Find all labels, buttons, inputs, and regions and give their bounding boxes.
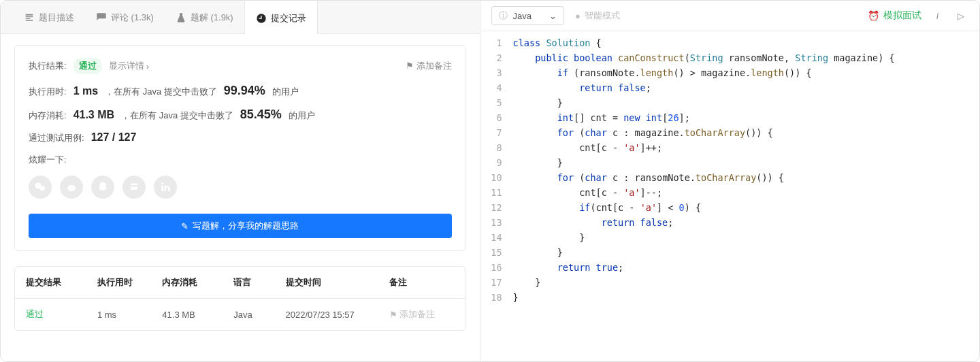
tab-solutions[interactable]: 题解 (1.9k) bbox=[165, 1, 244, 33]
write-solution-text: 写题解，分享我的解题思路 bbox=[193, 220, 299, 232]
tab-submissions[interactable]: 提交记录 bbox=[244, 1, 318, 34]
tab-label: 题目描述 bbox=[39, 12, 74, 24]
weibo-icon[interactable] bbox=[60, 176, 83, 199]
th-memory: 内存消耗 bbox=[162, 276, 233, 289]
dot-icon: ● bbox=[575, 11, 581, 21]
memory-label: 内存消耗: bbox=[29, 110, 67, 122]
share-icons bbox=[29, 176, 452, 199]
code-area[interactable]: class Solution { public boolean canConst… bbox=[513, 31, 895, 361]
language-select[interactable]: ⓘ Java ⌄ bbox=[491, 6, 564, 25]
chevron-right-icon: › bbox=[146, 61, 149, 71]
alarm-icon: ⏰ bbox=[868, 10, 879, 21]
row-memory: 41.3 MB bbox=[162, 310, 233, 320]
comment-icon bbox=[96, 12, 107, 23]
tab-comments[interactable]: 评论 (1.3k) bbox=[85, 1, 165, 33]
svg-rect-4 bbox=[131, 186, 138, 190]
exec-result-label: 执行结果: bbox=[29, 60, 67, 72]
right-pane: ⓘ Java ⌄ ● 智能模式 ⏰ 模拟面试 i ▷ 1234567891011… bbox=[480, 1, 979, 361]
douban-icon[interactable] bbox=[122, 176, 146, 199]
wechat-icon[interactable] bbox=[29, 176, 52, 199]
show-detail-text: 显示详情 bbox=[109, 60, 144, 72]
chevron-down-icon: ⌄ bbox=[549, 11, 557, 21]
mock-interview-text: 模拟面试 bbox=[883, 10, 921, 22]
flag-icon: ⚑ bbox=[406, 61, 414, 71]
th-language: 语言 bbox=[233, 276, 285, 289]
mode-indicator[interactable]: ● 智能模式 bbox=[575, 10, 620, 22]
add-note-text: 添加备注 bbox=[416, 60, 452, 72]
qq-icon[interactable] bbox=[91, 176, 114, 199]
language-value: Java bbox=[513, 11, 532, 21]
svg-point-2 bbox=[67, 185, 76, 191]
row-note-text: 添加备注 bbox=[399, 308, 435, 320]
th-result: 提交结果 bbox=[26, 276, 97, 289]
svg-point-6 bbox=[161, 182, 163, 184]
flask-icon bbox=[176, 12, 186, 23]
linkedin-icon[interactable] bbox=[154, 176, 177, 199]
row-result[interactable]: 通过 bbox=[26, 308, 97, 320]
tab-description[interactable]: 题目描述 bbox=[13, 1, 85, 33]
row-add-note[interactable]: ⚑ 添加备注 bbox=[389, 308, 454, 320]
line-gutter: 123456789101112131415161718 bbox=[480, 31, 513, 361]
memory-desc-suffix: 的用户 bbox=[289, 110, 315, 122]
runtime-pct: 99.94% bbox=[224, 84, 265, 98]
status-badge: 通过 bbox=[74, 58, 102, 74]
submissions-table: 提交结果 执行用时 内存消耗 语言 提交时间 备注 通过 1 ms 41.3 M… bbox=[14, 266, 466, 331]
memory-desc-prefix: ，在所有 Java 提交中击败了 bbox=[121, 110, 233, 122]
tabs: 题目描述 评论 (1.3k) 题解 (1.9k) 提交记录 bbox=[1, 1, 480, 34]
pencil-icon: ✎ bbox=[181, 221, 189, 231]
row-language: Java bbox=[233, 310, 285, 320]
memory-value: 41.3 MB bbox=[74, 109, 114, 121]
mode-text: 智能模式 bbox=[585, 10, 620, 22]
runtime-desc-suffix: 的用户 bbox=[272, 86, 299, 98]
info-button[interactable]: i bbox=[932, 11, 943, 21]
table-header: 提交结果 执行用时 内存消耗 语言 提交时间 备注 bbox=[15, 267, 466, 299]
code-editor[interactable]: 123456789101112131415161718 class Soluti… bbox=[480, 31, 979, 361]
runtime-desc-prefix: ，在所有 Java 提交中击败了 bbox=[105, 86, 217, 98]
table-row[interactable]: 通过 1 ms 41.3 MB Java 2022/07/23 15:57 ⚑ … bbox=[15, 299, 466, 330]
run-button[interactable]: ▷ bbox=[953, 11, 968, 21]
left-pane: 题目描述 评论 (1.3k) 题解 (1.9k) 提交记录 执行结果: 通过 bbox=[1, 1, 480, 361]
left-scroll[interactable]: 执行结果: 通过 显示详情 › ⚑ 添加备注 执行用时: 1 ms ，在所有 bbox=[1, 34, 480, 361]
show-detail-link[interactable]: 显示详情 › bbox=[109, 60, 149, 72]
app-root: 题目描述 评论 (1.3k) 题解 (1.9k) 提交记录 执行结果: 通过 bbox=[0, 0, 980, 362]
svg-point-1 bbox=[39, 186, 45, 191]
result-card: 执行结果: 通过 显示详情 › ⚑ 添加备注 执行用时: 1 ms ，在所有 bbox=[14, 45, 466, 251]
tab-label: 题解 (1.9k) bbox=[191, 12, 233, 24]
runtime-label: 执行用时: bbox=[29, 86, 67, 98]
info-icon: ⓘ bbox=[499, 10, 508, 22]
row-runtime: 1 ms bbox=[97, 310, 162, 320]
editor-toolbar: ⓘ Java ⌄ ● 智能模式 ⏰ 模拟面试 i ▷ bbox=[480, 1, 979, 31]
add-note-link[interactable]: ⚑ 添加备注 bbox=[406, 60, 452, 72]
write-solution-button[interactable]: ✎ 写题解，分享我的解题思路 bbox=[29, 214, 452, 238]
th-runtime: 执行用时 bbox=[97, 276, 162, 289]
svg-rect-3 bbox=[131, 184, 138, 185]
tab-label: 评论 (1.3k) bbox=[111, 12, 154, 24]
testcases-label: 通过测试用例: bbox=[29, 132, 84, 144]
memory-pct: 85.45% bbox=[240, 108, 282, 122]
tab-label: 提交记录 bbox=[271, 12, 306, 24]
flag-icon: ⚑ bbox=[389, 310, 397, 320]
runtime-value: 1 ms bbox=[74, 85, 98, 97]
th-note: 备注 bbox=[389, 276, 454, 289]
share-label: 炫耀一下: bbox=[29, 154, 67, 166]
row-time: 2022/07/23 15:57 bbox=[286, 310, 390, 320]
svg-rect-5 bbox=[161, 186, 163, 191]
description-icon bbox=[24, 12, 35, 23]
mock-interview-button[interactable]: ⏰ 模拟面试 bbox=[868, 10, 921, 22]
clock-icon bbox=[256, 13, 267, 24]
th-time: 提交时间 bbox=[286, 276, 390, 289]
testcases-value: 127 / 127 bbox=[91, 131, 137, 144]
